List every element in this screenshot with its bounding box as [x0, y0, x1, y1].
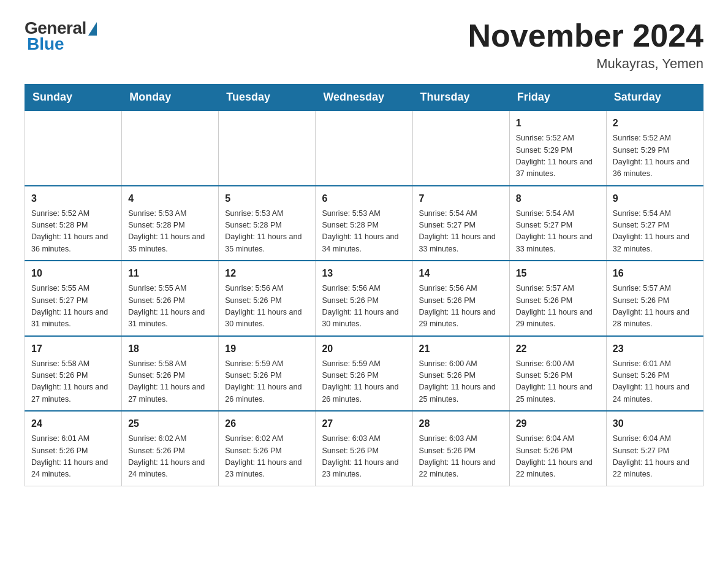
- calendar-day-cell: 13Sunrise: 5:56 AMSunset: 5:26 PMDayligh…: [316, 261, 412, 336]
- calendar-header-row: SundayMondayTuesdayWednesdayThursdayFrid…: [25, 85, 703, 111]
- day-number: 19: [225, 342, 309, 356]
- day-number: 2: [613, 116, 697, 131]
- day-number: 29: [516, 416, 600, 431]
- calendar-day-header: Thursday: [412, 85, 509, 111]
- calendar-day-cell: 26Sunrise: 6:02 AMSunset: 5:26 PMDayligh…: [219, 411, 316, 486]
- calendar-week-row: 24Sunrise: 6:01 AMSunset: 5:26 PMDayligh…: [25, 411, 703, 486]
- day-number: 16: [613, 266, 697, 281]
- calendar-day-cell: 24Sunrise: 6:01 AMSunset: 5:26 PMDayligh…: [25, 411, 122, 486]
- calendar-day-cell: 12Sunrise: 5:56 AMSunset: 5:26 PMDayligh…: [219, 261, 316, 336]
- sun-info: Sunrise: 6:00 AMSunset: 5:26 PMDaylight:…: [419, 358, 503, 406]
- sun-info: Sunrise: 6:03 AMSunset: 5:26 PMDaylight:…: [322, 433, 406, 481]
- location-subtitle: Mukayras, Yemen: [468, 56, 703, 72]
- sun-info: Sunrise: 5:52 AMSunset: 5:29 PMDaylight:…: [516, 132, 600, 180]
- day-number: 15: [516, 266, 600, 281]
- calendar-day-cell: 27Sunrise: 6:03 AMSunset: 5:26 PMDayligh…: [316, 411, 412, 486]
- calendar-day-cell: 30Sunrise: 6:04 AMSunset: 5:27 PMDayligh…: [606, 411, 703, 486]
- logo-blue-text: Blue: [25, 34, 64, 54]
- sun-info: Sunrise: 5:52 AMSunset: 5:29 PMDaylight:…: [613, 132, 697, 180]
- day-number: 6: [322, 191, 406, 206]
- calendar-day-header: Monday: [122, 85, 219, 111]
- day-number: 23: [613, 342, 697, 356]
- calendar-day-header: Saturday: [606, 85, 703, 111]
- calendar-day-cell: 8Sunrise: 5:54 AMSunset: 5:27 PMDaylight…: [509, 186, 606, 261]
- day-number: 20: [322, 342, 406, 356]
- sun-info: Sunrise: 5:57 AMSunset: 5:26 PMDaylight:…: [613, 283, 697, 331]
- calendar-day-cell: 5Sunrise: 5:53 AMSunset: 5:28 PMDaylight…: [219, 186, 316, 261]
- day-number: 14: [419, 266, 503, 281]
- calendar-day-cell: [219, 110, 316, 186]
- sun-info: Sunrise: 6:02 AMSunset: 5:26 PMDaylight:…: [225, 433, 309, 481]
- calendar-day-cell: 18Sunrise: 5:58 AMSunset: 5:26 PMDayligh…: [122, 336, 219, 412]
- calendar-week-row: 10Sunrise: 5:55 AMSunset: 5:27 PMDayligh…: [25, 261, 703, 336]
- sun-info: Sunrise: 6:04 AMSunset: 5:27 PMDaylight:…: [613, 433, 697, 481]
- day-number: 12: [225, 266, 309, 281]
- calendar-day-header: Wednesday: [316, 85, 412, 111]
- calendar-day-cell: 22Sunrise: 6:00 AMSunset: 5:26 PMDayligh…: [509, 336, 606, 412]
- sun-info: Sunrise: 5:58 AMSunset: 5:26 PMDaylight:…: [128, 358, 212, 406]
- day-number: 26: [225, 416, 309, 431]
- page-header: General Blue November 2024 Mukayras, Yem…: [25, 18, 703, 72]
- logo-triangle-icon: [88, 22, 97, 36]
- sun-info: Sunrise: 5:59 AMSunset: 5:26 PMDaylight:…: [322, 358, 406, 406]
- day-number: 22: [516, 342, 600, 356]
- calendar-day-cell: 11Sunrise: 5:55 AMSunset: 5:26 PMDayligh…: [122, 261, 219, 336]
- calendar-day-cell: 19Sunrise: 5:59 AMSunset: 5:26 PMDayligh…: [219, 336, 316, 412]
- calendar-day-cell: 16Sunrise: 5:57 AMSunset: 5:26 PMDayligh…: [606, 261, 703, 336]
- day-number: 7: [419, 191, 503, 206]
- calendar-day-cell: 2Sunrise: 5:52 AMSunset: 5:29 PMDaylight…: [606, 110, 703, 186]
- sun-info: Sunrise: 6:01 AMSunset: 5:26 PMDaylight:…: [613, 358, 697, 406]
- sun-info: Sunrise: 6:00 AMSunset: 5:26 PMDaylight:…: [516, 358, 600, 406]
- calendar-day-cell: 15Sunrise: 5:57 AMSunset: 5:26 PMDayligh…: [509, 261, 606, 336]
- day-number: 9: [613, 191, 697, 206]
- calendar-week-row: 3Sunrise: 5:52 AMSunset: 5:28 PMDaylight…: [25, 186, 703, 261]
- sun-info: Sunrise: 5:59 AMSunset: 5:26 PMDaylight:…: [225, 358, 309, 406]
- calendar-day-cell: 4Sunrise: 5:53 AMSunset: 5:28 PMDaylight…: [122, 186, 219, 261]
- sun-info: Sunrise: 5:56 AMSunset: 5:26 PMDaylight:…: [225, 283, 309, 331]
- sun-info: Sunrise: 5:55 AMSunset: 5:26 PMDaylight:…: [128, 283, 212, 331]
- calendar-day-header: Friday: [509, 85, 606, 111]
- sun-info: Sunrise: 5:54 AMSunset: 5:27 PMDaylight:…: [516, 208, 600, 256]
- day-number: 28: [419, 416, 503, 431]
- calendar-day-cell: 6Sunrise: 5:53 AMSunset: 5:28 PMDaylight…: [316, 186, 412, 261]
- sun-info: Sunrise: 5:52 AMSunset: 5:28 PMDaylight:…: [31, 208, 115, 256]
- logo: General Blue: [25, 18, 97, 54]
- calendar-day-cell: 29Sunrise: 6:04 AMSunset: 5:26 PMDayligh…: [509, 411, 606, 486]
- calendar-day-cell: 14Sunrise: 5:56 AMSunset: 5:26 PMDayligh…: [412, 261, 509, 336]
- day-number: 18: [128, 342, 212, 356]
- day-number: 1: [516, 116, 600, 131]
- calendar-week-row: 17Sunrise: 5:58 AMSunset: 5:26 PMDayligh…: [25, 336, 703, 412]
- calendar-day-cell: [122, 110, 219, 186]
- calendar-day-cell: 3Sunrise: 5:52 AMSunset: 5:28 PMDaylight…: [25, 186, 122, 261]
- day-number: 3: [31, 191, 115, 206]
- calendar-day-cell: [316, 110, 412, 186]
- day-number: 27: [322, 416, 406, 431]
- day-number: 25: [128, 416, 212, 431]
- day-number: 11: [128, 266, 212, 281]
- day-number: 10: [31, 266, 115, 281]
- calendar-day-cell: 25Sunrise: 6:02 AMSunset: 5:26 PMDayligh…: [122, 411, 219, 486]
- title-area: November 2024 Mukayras, Yemen: [468, 18, 703, 72]
- calendar-day-cell: [25, 110, 122, 186]
- sun-info: Sunrise: 5:58 AMSunset: 5:26 PMDaylight:…: [31, 358, 115, 406]
- sun-info: Sunrise: 6:02 AMSunset: 5:26 PMDaylight:…: [128, 433, 212, 481]
- calendar-day-cell: 23Sunrise: 6:01 AMSunset: 5:26 PMDayligh…: [606, 336, 703, 412]
- calendar-day-header: Sunday: [25, 85, 122, 111]
- calendar-day-header: Tuesday: [219, 85, 316, 111]
- calendar-day-cell: 7Sunrise: 5:54 AMSunset: 5:27 PMDaylight…: [412, 186, 509, 261]
- day-number: 21: [419, 342, 503, 356]
- sun-info: Sunrise: 5:55 AMSunset: 5:27 PMDaylight:…: [31, 283, 115, 331]
- day-number: 24: [31, 416, 115, 431]
- sun-info: Sunrise: 5:53 AMSunset: 5:28 PMDaylight:…: [322, 208, 406, 256]
- sun-info: Sunrise: 5:54 AMSunset: 5:27 PMDaylight:…: [419, 208, 503, 256]
- month-title: November 2024: [468, 18, 703, 53]
- calendar-week-row: 1Sunrise: 5:52 AMSunset: 5:29 PMDaylight…: [25, 110, 703, 186]
- sun-info: Sunrise: 5:53 AMSunset: 5:28 PMDaylight:…: [128, 208, 212, 256]
- calendar-day-cell: 17Sunrise: 5:58 AMSunset: 5:26 PMDayligh…: [25, 336, 122, 412]
- calendar-day-cell: 9Sunrise: 5:54 AMSunset: 5:27 PMDaylight…: [606, 186, 703, 261]
- day-number: 17: [31, 342, 115, 356]
- sun-info: Sunrise: 5:57 AMSunset: 5:26 PMDaylight:…: [516, 283, 600, 331]
- calendar-day-cell: 20Sunrise: 5:59 AMSunset: 5:26 PMDayligh…: [316, 336, 412, 412]
- sun-info: Sunrise: 5:56 AMSunset: 5:26 PMDaylight:…: [419, 283, 503, 331]
- calendar-day-cell: 28Sunrise: 6:03 AMSunset: 5:26 PMDayligh…: [412, 411, 509, 486]
